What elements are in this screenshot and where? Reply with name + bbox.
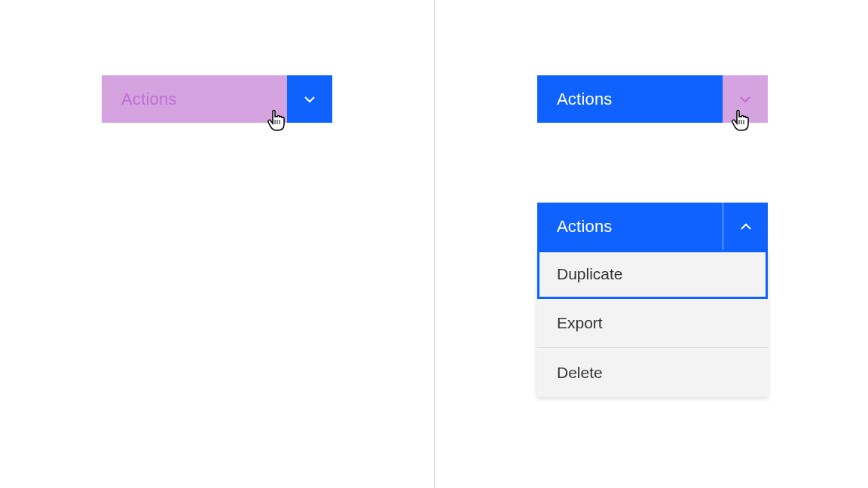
split-button-main[interactable]: Actions bbox=[537, 203, 723, 250]
split-button-trigger[interactable] bbox=[723, 75, 768, 123]
chevron-down-icon bbox=[738, 93, 752, 106]
chevron-down-icon bbox=[303, 93, 316, 106]
split-button-right-closed: Actions bbox=[537, 75, 768, 123]
actions-menu: Duplicate Export Delete bbox=[537, 250, 768, 397]
menu-item-label: Export bbox=[557, 314, 603, 332]
split-button-label: Actions bbox=[557, 217, 613, 236]
split-button-left: Actions bbox=[102, 75, 332, 123]
chevron-up-icon bbox=[739, 220, 753, 233]
menu-item-export[interactable]: Export bbox=[537, 299, 768, 348]
split-button-label: Actions bbox=[557, 90, 613, 109]
panel-divider bbox=[434, 0, 435, 488]
menu-item-label: Delete bbox=[557, 364, 603, 382]
split-button-main[interactable]: Actions bbox=[537, 75, 723, 123]
split-button-trigger[interactable] bbox=[723, 203, 768, 250]
split-button-right-open: Actions bbox=[537, 203, 768, 250]
split-button-trigger[interactable] bbox=[287, 75, 332, 123]
menu-item-duplicate[interactable]: Duplicate bbox=[537, 250, 768, 299]
menu-item-label: Duplicate bbox=[557, 265, 623, 283]
split-button-main[interactable]: Actions bbox=[102, 75, 287, 123]
menu-item-delete[interactable]: Delete bbox=[537, 348, 768, 397]
split-button-label: Actions bbox=[121, 90, 177, 109]
